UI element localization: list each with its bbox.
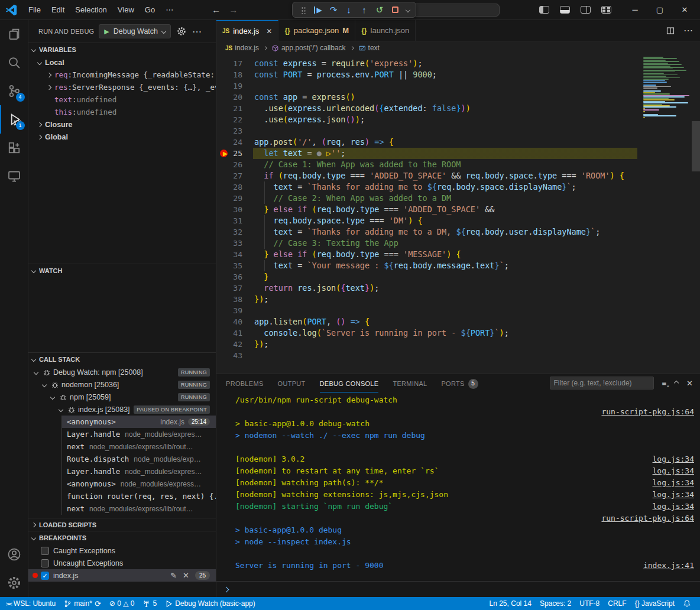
panel-tab-terminal[interactable]: TERMINAL [393,375,427,392]
status-remote[interactable]: ><WSL: Ubuntu [0,597,60,610]
stack-frame-row[interactable]: nextnode_modules/express/lib/rout… [62,502,216,515]
breadcrumb-item[interactable]: JSindex.js [225,44,259,52]
activity-accounts[interactable] [0,540,28,569]
panel-tab-output[interactable]: OUTPUT [278,375,306,392]
twisty-icon[interactable] [46,73,52,77]
watch-header[interactable]: WATCH [28,264,216,277]
code-line[interactable]: 28 text = `Thanks for adding me to ${req… [216,181,700,193]
status-debug-session[interactable]: Debug Watch (basic-app) [161,597,260,610]
twisty-icon[interactable] [37,123,43,126]
stack-frame-row[interactable]: nextnode_modules/express/lib/rout… [62,440,216,453]
continue-button[interactable]: ▶ [312,4,325,17]
code-line[interactable]: 37 return res.json({text}); [216,283,700,294]
console-source-link[interactable]: log.js:34 [653,501,694,512]
breakpoint-row[interactable]: Uncaught Exceptions [28,557,216,569]
code-line[interactable]: 19 [216,80,700,92]
loaded-scripts-header[interactable]: LOADED SCRIPTS [28,518,216,531]
console-source-link[interactable]: log.js:34 [653,465,694,477]
console-source-link[interactable]: log.js:34 [653,477,694,489]
code-line[interactable]: 41 console.log(`Server is running in por… [216,327,700,339]
code-line[interactable]: 38}); [216,294,700,305]
variable-row[interactable]: text: undefined [28,93,216,106]
panel-tab-debug-console[interactable]: DEBUG CONSOLE [320,375,379,392]
stack-frame-row[interactable]: Layer.handlenode_modules/expres… [62,465,216,478]
code-line[interactable]: 27 if (req.body.type === 'ADDED_TO_SPACE… [216,170,700,181]
variable-row[interactable]: res: ServerResponse {_events: {…}, _ev… [28,81,216,93]
breakpoint-checkbox[interactable] [41,547,49,555]
code-line[interactable]: 17const express = require('express'); [216,58,700,69]
activity-search[interactable] [0,48,28,77]
tab-index-js[interactable]: JSindex.js✕ [216,20,278,41]
code-line[interactable]: 35 text = `Your message : ${req.body.mes… [216,260,700,271]
code-line[interactable]: 29 // Case 2: When App was added to a DM [216,193,700,204]
variable-row[interactable]: Global [28,131,216,143]
console-source-link[interactable]: run-script-pkg.js:64 [601,512,694,524]
menu-more[interactable]: ⋯ [160,3,179,17]
variable-row[interactable]: Closure [28,118,216,131]
console-source-link[interactable]: log.js:34 [653,453,694,465]
status-branch[interactable]: main*⟳ [60,597,105,610]
callstack-session[interactable]: npm [25059]RUNNING [28,391,216,403]
restart-button[interactable]: ↺ [373,4,386,17]
status-indentation[interactable]: Spaces: 2 [536,597,575,610]
code-line[interactable]: 26 // Case 1: When App was added to the … [216,159,700,170]
status-encoding[interactable]: UTF-8 [575,597,604,610]
twisty-icon[interactable] [46,86,52,89]
editor-scrollbar[interactable] [692,121,700,171]
callstack-session[interactable]: nodemon [25036]RUNNING [28,378,216,391]
code-line[interactable]: 20const app = express() [216,92,700,103]
code-line[interactable]: 42}); [216,339,700,350]
console-source-link[interactable]: log.js:34 [653,489,694,501]
drag-grip-button[interactable] [296,4,309,17]
variable-row[interactable]: req: IncomingMessage {_readableState: … [28,69,216,81]
variables-header[interactable]: VARIABLES [28,43,216,56]
breakpoint-checkbox[interactable]: ✓ [41,572,49,580]
minimap[interactable] [643,54,691,120]
breadcrumb-item[interactable]: text [358,44,380,52]
code-line[interactable]: 36 } [216,271,700,283]
start-debug-icon[interactable]: ▶ [104,28,109,35]
code-line[interactable]: 34 } else if (req.body.type === 'MESSAGE… [216,249,700,260]
debug-settings-gear-icon[interactable] [177,27,186,36]
close-tab-icon[interactable]: ✕ [266,27,272,35]
breakpoint-row[interactable]: ✓index.js✎✕25 [28,569,216,582]
twisty-icon[interactable] [37,61,43,64]
stack-frame-row[interactable]: <anonymous>node_modules/express… [62,478,216,490]
editor-more-actions-icon[interactable]: ⋯ [683,25,693,36]
tab-package-json[interactable]: {}package.jsonM [278,20,355,41]
activity-settings[interactable] [0,569,28,597]
toggle-primary-sidebar-icon[interactable] [539,6,549,14]
filter-icon[interactable]: ≡ [662,379,667,388]
stop-dropdown-button[interactable] [404,4,412,17]
split-editor-icon[interactable] [666,26,675,35]
stop-button[interactable] [388,4,401,17]
activity-remote-explorer[interactable] [0,162,28,190]
navigate-back-icon[interactable]: ← [212,5,221,15]
status-ports[interactable]: 5 [138,597,161,610]
toggle-panel-icon[interactable] [560,6,570,14]
console-source-link[interactable]: index.js:41 [643,560,694,572]
code-line[interactable]: 23 [216,125,700,137]
status-problems[interactable]: ⊘ 0 △ 0 [105,597,139,610]
code-line[interactable]: 22 .use(express.json()); [216,114,700,125]
status-language-mode[interactable]: {} JavaScript [631,597,679,610]
toggle-secondary-sidebar-icon[interactable] [581,6,591,14]
activity-explorer[interactable] [0,20,28,48]
code-line[interactable]: 24app.post('/', (req, res) => { [216,137,700,148]
callstack-session[interactable]: Debug Watch: npm [25008]RUNNING [28,366,216,378]
debug-console-input[interactable] [216,581,700,597]
code-line[interactable]: 40app.listen(PORT, () => { [216,316,700,327]
step-into-button[interactable]: ↓ [342,4,355,17]
views-more-actions-icon[interactable]: ⋯ [192,26,202,37]
minimize-button[interactable]: ─ [628,5,642,14]
step-over-button[interactable]: ↷ [327,4,340,17]
close-panel-icon[interactable]: ✕ [686,379,693,388]
activity-run-and-debug[interactable]: 1 [0,105,28,134]
panel-tab-ports[interactable]: PORTS5 [441,375,478,392]
panel-tab-problems[interactable]: PROBLEMS [226,375,264,392]
stack-frame-row[interactable]: Route.dispatchnode_modules/exp… [62,453,216,465]
code-editor[interactable]: 17const express = require('express');18c… [216,54,700,374]
console-filter-input[interactable] [550,377,654,390]
menu-file[interactable]: File [23,3,46,17]
variable-row[interactable]: Local [28,56,216,69]
